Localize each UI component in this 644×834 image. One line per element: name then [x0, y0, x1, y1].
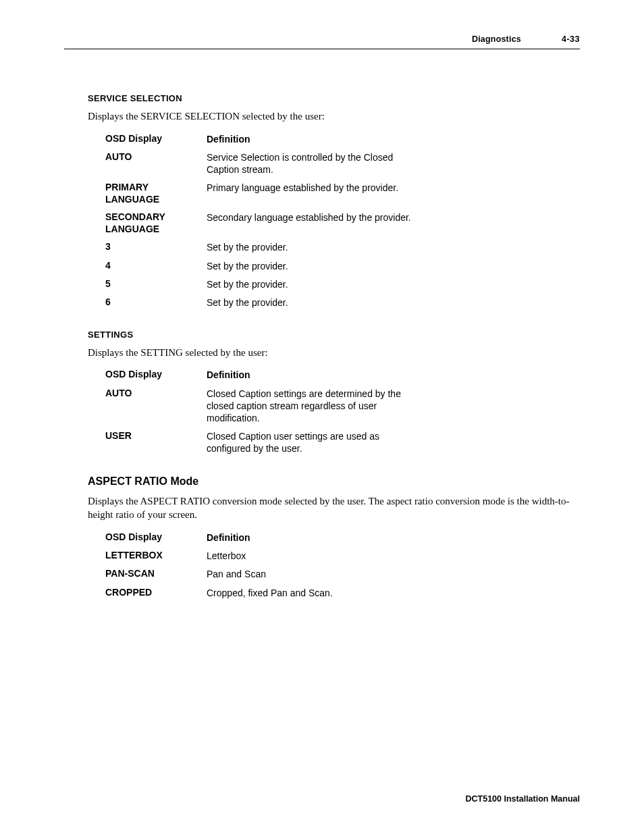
table-row: SECONDARY LANGUAGESecondary language est… [105, 209, 570, 238]
page: Diagnostics 4-33 SERVICE SELECTION Displ… [0, 0, 644, 834]
cell-def: Set by the provider. [207, 260, 412, 272]
service-selection-label: SERVICE SELECTION [88, 93, 570, 103]
cell-def: Set by the provider. [207, 296, 412, 309]
table-row: LETTERBOXLetterbox [105, 547, 570, 565]
cell-def: Service Selection is controlled by the C… [207, 151, 412, 176]
service-selection-table: OSD Display Definition AUTOService Selec… [105, 130, 570, 311]
cell-osd: 6 [105, 296, 207, 309]
cell-osd: PRIMARY LANGUAGE [105, 182, 207, 205]
aspect-ratio-title: ASPECT RATIO Mode [88, 475, 570, 488]
cell-def: Closed Caption user settings are used as… [207, 430, 412, 454]
cell-osd: AUTO [105, 151, 207, 163]
cell-def: Set by the provider. [207, 241, 412, 253]
settings-intro: Displays the SETTING selected by the use… [88, 346, 570, 359]
cell-osd: 5 [105, 278, 207, 290]
cell-osd: LETTERBOX [105, 550, 207, 562]
cell-def: Set by the provider. [207, 278, 412, 290]
col-osd-display: OSD Display [105, 531, 207, 544]
cell-def: Letterbox [207, 550, 412, 562]
table-header-row: OSD Display Definition [105, 528, 570, 546]
col-definition: Definition [207, 369, 412, 381]
aspect-ratio-table: OSD Display Definition LETTERBOXLetterbo… [105, 528, 570, 602]
table-row: AUTOClosed Caption settings are determin… [105, 384, 570, 427]
header-rule [64, 49, 580, 49]
table-header-row: OSD Display Definition [105, 366, 570, 384]
footer-manual: DCT5100 Installation Manual [466, 794, 580, 804]
content: SERVICE SELECTION Displays the SERVICE S… [88, 93, 570, 619]
col-definition: Definition [207, 133, 412, 145]
cell-def: Pan and Scan [207, 568, 412, 580]
col-definition: Definition [207, 531, 412, 544]
cell-osd: PAN-SCAN [105, 568, 207, 580]
col-osd-display: OSD Display [105, 369, 207, 381]
cell-osd: USER [105, 430, 207, 442]
aspect-ratio-intro: Displays the ASPECT RATIO conversion mod… [88, 494, 570, 522]
header-chapter: Diagnostics [472, 34, 521, 44]
table-row: AUTOService Selection is controlled by t… [105, 148, 570, 178]
cell-osd: 4 [105, 260, 207, 272]
cell-osd: AUTO [105, 388, 207, 400]
col-osd-display: OSD Display [105, 133, 207, 145]
cell-osd: 3 [105, 241, 207, 253]
cell-def: Cropped, fixed Pan and Scan. [207, 587, 412, 599]
cell-def: Primary language established by the prov… [207, 182, 412, 194]
table-row: 3Set by the provider. [105, 238, 570, 257]
table-row: PAN-SCANPan and Scan [105, 565, 570, 583]
cell-osd: SECONDARY LANGUAGE [105, 211, 207, 235]
settings-table: OSD Display Definition AUTOClosed Captio… [105, 366, 570, 458]
cell-def: Closed Caption settings are determined b… [207, 388, 412, 425]
table-row: PRIMARY LANGUAGEPrimary language establi… [105, 179, 570, 209]
table-row: 4Set by the provider. [105, 257, 570, 275]
table-row: USERClosed Caption user settings are use… [105, 427, 570, 458]
service-selection-intro: Displays the SERVICE SELECTION selected … [88, 109, 570, 123]
table-header-row: OSD Display Definition [105, 130, 570, 148]
cell-def: Secondary language established by the pr… [207, 211, 412, 224]
table-row: 6Set by the provider. [105, 293, 570, 311]
page-header: Diagnostics 4-33 [472, 34, 580, 44]
header-page-number: 4-33 [562, 34, 580, 44]
table-row: 5Set by the provider. [105, 275, 570, 293]
settings-label: SETTINGS [88, 330, 570, 340]
cell-osd: CROPPED [105, 587, 207, 599]
table-row: CROPPEDCropped, fixed Pan and Scan. [105, 583, 570, 602]
